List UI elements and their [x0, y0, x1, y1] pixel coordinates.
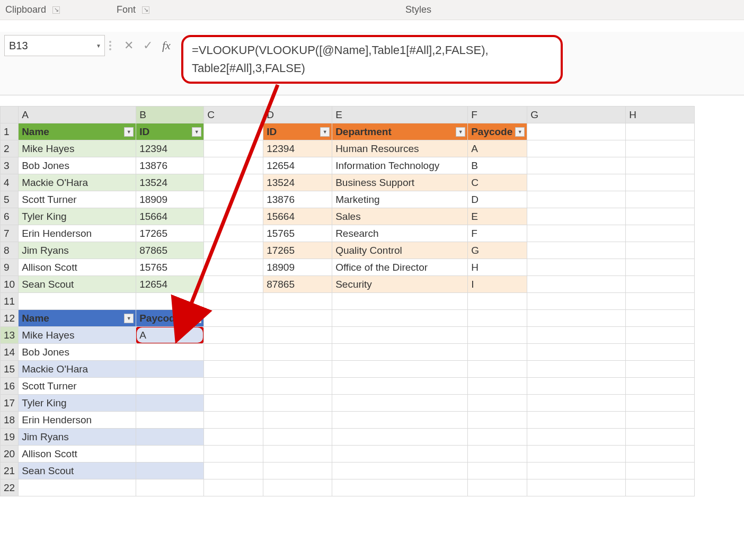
cell[interactable]	[19, 293, 136, 310]
row-header[interactable]: 20	[1, 446, 19, 463]
cell[interactable]: 15765	[136, 259, 204, 276]
row-header[interactable]: 5	[1, 191, 19, 208]
cell[interactable]	[136, 293, 204, 310]
cell[interactable]	[527, 378, 626, 395]
cell[interactable]: Bob Jones	[19, 157, 136, 174]
cell[interactable]	[204, 140, 263, 157]
row-header[interactable]: 22	[1, 479, 19, 496]
cell[interactable]	[19, 479, 136, 496]
cell[interactable]: Research	[332, 225, 468, 242]
cell[interactable]	[626, 140, 695, 157]
cell[interactable]	[332, 310, 468, 327]
cell[interactable]: Sean Scout	[19, 276, 136, 293]
cell[interactable]: Mackie O'Hara	[19, 174, 136, 191]
cell[interactable]: Jim Ryans	[19, 242, 136, 259]
cell[interactable]	[468, 463, 527, 479]
cell[interactable]	[626, 344, 695, 361]
row-header[interactable]: 18	[1, 412, 19, 429]
cell[interactable]	[204, 412, 263, 429]
cell[interactable]	[527, 259, 626, 276]
cell[interactable]	[136, 395, 204, 412]
cell[interactable]	[332, 446, 468, 463]
column-header-F[interactable]: F	[468, 106, 527, 123]
cell[interactable]	[263, 293, 332, 310]
cell[interactable]: Bob Jones	[19, 344, 136, 361]
cell[interactable]	[332, 344, 468, 361]
spreadsheet-grid[interactable]: A B C D E F G H 1 Name ▼ ID ▼ ID ▼ Depar…	[0, 106, 744, 560]
row-header[interactable]: 19	[1, 429, 19, 446]
cell[interactable]	[332, 412, 468, 429]
cell[interactable]: 12394	[136, 140, 204, 157]
cell[interactable]	[136, 446, 204, 463]
filter-dropdown-icon[interactable]: ▼	[320, 127, 330, 137]
cell[interactable]	[136, 344, 204, 361]
cell[interactable]	[626, 446, 695, 463]
column-header-E[interactable]: E	[332, 106, 468, 123]
cell[interactable]	[626, 293, 695, 310]
table2-header-pay[interactable]: Paycode ▼	[468, 123, 527, 140]
cell[interactable]: 12654	[136, 276, 204, 293]
table1-header-name[interactable]: Name ▼	[19, 123, 136, 140]
cell[interactable]	[468, 395, 527, 412]
cell[interactable]	[527, 123, 626, 140]
row-header[interactable]: 2	[1, 140, 19, 157]
cell[interactable]	[204, 123, 263, 140]
cell[interactable]: G	[468, 242, 527, 259]
cell[interactable]: 15664	[263, 208, 332, 225]
cell[interactable]	[626, 191, 695, 208]
cell[interactable]	[263, 412, 332, 429]
cell[interactable]: 15664	[136, 208, 204, 225]
cell[interactable]	[136, 412, 204, 429]
cell[interactable]	[332, 463, 468, 479]
cell[interactable]	[332, 395, 468, 412]
cell[interactable]: Sean Scout	[19, 463, 136, 479]
cancel-icon[interactable]: ✕	[124, 39, 134, 52]
cell[interactable]	[332, 378, 468, 395]
cell[interactable]: Tyler King	[19, 208, 136, 225]
row-header[interactable]: 13	[1, 327, 19, 344]
cell[interactable]: Scott Turner	[19, 378, 136, 395]
cell[interactable]	[204, 174, 263, 191]
select-all-cell[interactable]	[1, 106, 19, 123]
cell[interactable]	[527, 446, 626, 463]
cell[interactable]	[468, 327, 527, 344]
table3-header-pay[interactable]: Paycode ▼	[136, 310, 204, 327]
cell[interactable]	[626, 361, 695, 378]
table2-header-id[interactable]: ID ▼	[263, 123, 332, 140]
row-header[interactable]: 21	[1, 463, 19, 479]
cell[interactable]	[626, 463, 695, 479]
cell[interactable]	[263, 378, 332, 395]
cell[interactable]	[136, 463, 204, 479]
enter-icon[interactable]: ✓	[143, 39, 153, 52]
cell[interactable]	[204, 242, 263, 259]
table1-header-id[interactable]: ID ▼	[136, 123, 204, 140]
cell[interactable]	[527, 242, 626, 259]
filter-dropdown-icon[interactable]: ▼	[515, 127, 525, 137]
cell[interactable]: H	[468, 259, 527, 276]
cell[interactable]: 17265	[263, 242, 332, 259]
cell[interactable]: C	[468, 174, 527, 191]
chevron-down-icon[interactable]: ▼	[96, 43, 101, 49]
dialog-launcher-icon[interactable]: ↘	[52, 6, 60, 14]
cell[interactable]	[626, 310, 695, 327]
cell[interactable]	[527, 412, 626, 429]
cell[interactable]	[527, 327, 626, 344]
cell[interactable]: 12394	[263, 140, 332, 157]
cell[interactable]	[263, 479, 332, 496]
cell[interactable]: 12654	[263, 157, 332, 174]
cell[interactable]: I	[468, 276, 527, 293]
cell[interactable]	[332, 429, 468, 446]
cell-B13[interactable]: A	[136, 327, 204, 344]
cell[interactable]	[204, 463, 263, 479]
cell[interactable]: Business Support	[332, 174, 468, 191]
cell[interactable]	[626, 174, 695, 191]
cell[interactable]: A	[468, 140, 527, 157]
cell[interactable]	[204, 310, 263, 327]
cell[interactable]: Erin Henderson	[19, 225, 136, 242]
cell[interactable]: Scott Turner	[19, 191, 136, 208]
cell[interactable]	[204, 327, 263, 344]
cell[interactable]: 13524	[263, 174, 332, 191]
cell[interactable]	[468, 361, 527, 378]
cell[interactable]: Allison Scott	[19, 446, 136, 463]
cell[interactable]	[468, 412, 527, 429]
